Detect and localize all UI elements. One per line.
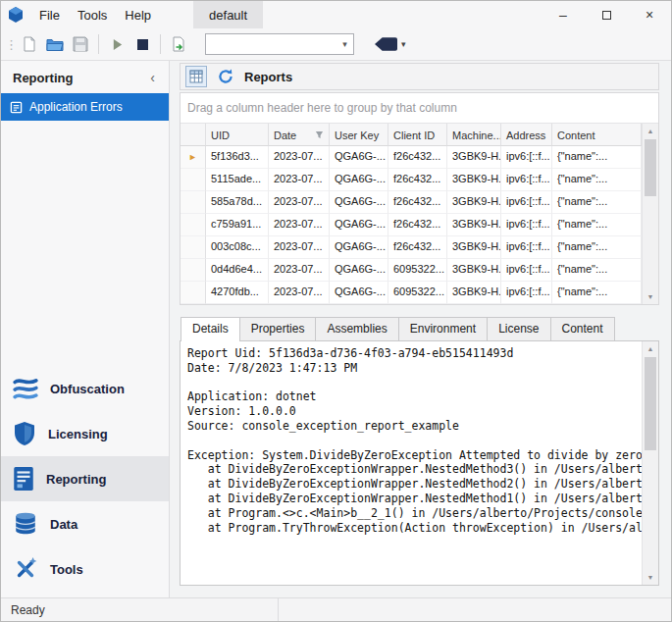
details-tab[interactable]: Properties [239,317,317,340]
menu-tools[interactable]: Tools [69,1,116,28]
scrollbar-thumb[interactable] [645,357,656,450]
cell-client-id: f26c432... [388,214,447,236]
nav-item-obfuscation[interactable]: Obfuscation [1,366,169,411]
table-row[interactable]: 0d4d6e4... 2023-07... QGA6G-... 6095322.… [181,259,642,282]
cell-date: 2023-07... [269,169,330,191]
profile-tab-default[interactable]: default [193,1,263,28]
menu-bar: File Tools Help default – × [1,1,671,28]
cell-user-key: QGA6G-... [330,146,388,169]
cell-date: 2023-07... [269,146,330,169]
stop-button[interactable] [129,31,155,57]
table-row[interactable]: c759a91... 2023-07... QGA6G-... f26c432.… [181,214,642,236]
toolbar-combobox[interactable]: ▾ [205,33,354,55]
tag-icon [375,37,397,51]
nav-item-reporting[interactable]: Reporting [1,456,169,501]
row-indicator: ► [181,146,206,169]
menu-file[interactable]: File [30,1,69,28]
report-details-text[interactable]: Report Uid: 5f136d3a-d736-4f03-a794-eb51… [181,341,642,585]
column-header-machine[interactable]: Machine... [447,124,501,146]
close-button[interactable]: × [628,1,671,28]
cell-content: {"name":... [552,214,642,236]
tools-icon [13,556,38,582]
details-tab[interactable]: Environment [398,317,488,340]
new-project-button[interactable] [17,31,42,57]
cell-user-key: QGA6G-... [330,191,388,214]
sidebar-collapse-button[interactable]: ‹ [146,70,159,85]
column-header-date[interactable]: Date [269,124,330,146]
cell-uid: 585a78d... [206,191,269,214]
nav-item-label: Reporting [46,472,106,487]
run-button[interactable] [104,31,129,57]
table-row[interactable]: 003c08c... 2023-07... QGA6G-... f26c432.… [181,236,642,259]
sidebar-title: Reporting [13,71,73,85]
cell-address: ipv6:[::f... [501,191,552,214]
column-header-label: Machine... [452,130,501,141]
details-tab[interactable]: Details [181,317,240,341]
report-icon [13,466,34,492]
refresh-button[interactable] [215,66,236,87]
open-project-button[interactable] [42,31,68,57]
table-row[interactable]: 5115ade... 2023-07... QGA6G-... f26c432.… [181,169,642,191]
tag-dropdown-icon[interactable]: ▾ [401,39,406,49]
cell-address: ipv6:[::f... [501,282,552,304]
save-button[interactable] [68,31,93,57]
cell-client-id: f26c432... [388,236,447,259]
table-row[interactable]: 585a78d... 2023-07... QGA6G-... f26c432.… [181,191,642,214]
play-icon [111,38,124,51]
filter-icon [315,130,324,139]
cell-user-key: QGA6G-... [330,236,388,259]
nav-item-tools[interactable]: Tools [1,546,169,592]
details-tab[interactable]: Content [550,317,615,340]
cell-client-id: 6095322... [388,282,447,304]
scrollbar-track[interactable] [643,138,658,289]
grid-view-button[interactable] [185,66,207,87]
cell-content: {"name":... [552,146,642,169]
toolbar-grip-icon[interactable]: ⋮ [5,37,15,52]
database-icon [13,511,38,537]
details-tab[interactable]: Assemblies [315,317,398,340]
column-header-user-key[interactable]: User Key [330,124,388,146]
toolbar-combobox-input[interactable] [206,34,336,54]
details-tab[interactable]: License [487,317,550,340]
column-header-uid[interactable]: UID [206,124,269,146]
column-header-client-id[interactable]: Client ID [388,124,447,146]
nav-item-licensing[interactable]: Licensing [1,411,169,456]
minimize-button[interactable]: – [542,1,585,28]
reports-table: UID Date User Key Client ID Machine... A… [181,124,642,304]
combobox-dropdown-icon[interactable]: ▾ [336,34,353,54]
toolbar-separator [160,34,161,54]
group-by-hint[interactable]: Drag a column header here to group by th… [181,93,658,124]
table-header-row: UID Date User Key Client ID Machine... A… [181,124,642,146]
status-text: Ready [11,603,45,617]
maximize-button[interactable] [585,1,628,28]
sidebar-spacer [1,121,169,366]
sidebar-item-label: Application Errors [29,100,123,114]
row-indicator [181,169,206,191]
table-scrollbar[interactable]: ▲ ▼ [642,124,658,304]
menu-help[interactable]: Help [116,1,160,28]
tag-split-button[interactable]: ▾ [370,34,411,54]
nav-item-data[interactable]: Data [1,501,169,546]
table-row[interactable]: ► 5f136d3... 2023-07... QGA6G-... f26c43… [181,146,642,169]
reports-title: Reports [244,70,292,84]
scroll-down-icon[interactable]: ▼ [643,289,658,304]
export-report-button[interactable] [166,31,191,57]
table-row[interactable]: 4270fdb... 2023-07... QGA6G-... 6095322.… [181,282,642,304]
scroll-up-icon[interactable]: ▲ [643,124,658,138]
cell-uid: 003c08c... [206,236,269,259]
column-header-address[interactable]: Address [501,124,552,146]
scroll-down-icon[interactable]: ▼ [643,570,658,585]
details-scrollbar[interactable]: ▲ ▼ [642,341,658,585]
module-nav: Obfuscation Licensing Reporting Data Too… [1,366,169,597]
scrollbar-track[interactable] [643,356,658,570]
column-header-content[interactable]: Content [552,124,642,146]
grid-scroll-wrap: UID Date User Key Client ID Machine... A… [181,124,658,304]
scroll-up-icon[interactable]: ▲ [643,341,658,356]
refresh-icon [218,69,233,84]
nav-item-label: Data [50,517,78,532]
scrollbar-thumb[interactable] [645,139,656,196]
status-separator [278,598,279,621]
cell-client-id: f26c432... [388,169,447,191]
sidebar-item-application-errors[interactable]: Application Errors [1,93,169,121]
cell-content: {"name":... [552,191,642,214]
